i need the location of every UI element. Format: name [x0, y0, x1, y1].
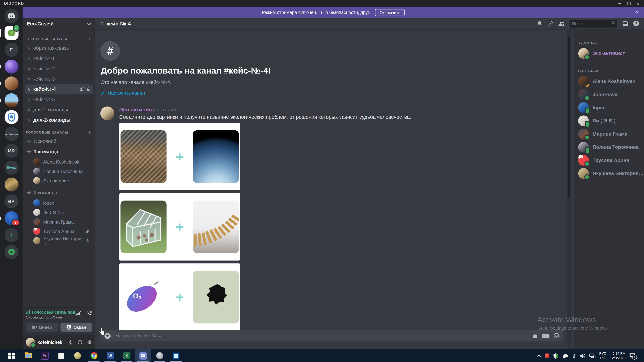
chat-scrollbar[interactable]: [567, 29, 571, 349]
voice-user-li[interactable]: Ли (¨Ͽ.Ͼ¨): [33, 208, 96, 217]
scrollbar-thumb[interactable]: [568, 37, 570, 197]
create-channel-icon[interactable]: +: [88, 129, 91, 135]
text-channels-section[interactable]: ТЕКСТОВЫЕ КАНАЛЫ +: [23, 32, 96, 43]
voice-channel-team2[interactable]: 2 команда: [25, 188, 93, 198]
server-icon-portrait[interactable]: [4, 76, 18, 90]
tray-volume-icon[interactable]: [580, 353, 586, 358]
server-icon-evva[interactable]: Evva.: [4, 161, 18, 175]
disable-streamer-button[interactable]: Отключить: [375, 9, 405, 16]
channel-keis-1[interactable]: # кейс-№-1: [25, 53, 93, 63]
member-li[interactable]: Ли (¨Ͽ.Ͼ¨): [578, 114, 644, 127]
server-icon-tower[interactable]: [4, 93, 18, 107]
clock[interactable]: 5:34 PM 12/8/2020: [610, 351, 626, 360]
start-button[interactable]: [3, 349, 20, 362]
server-icon-mr[interactable]: MR: [4, 144, 18, 158]
server-icon-mona[interactable]: [4, 178, 18, 192]
voice-user-alena[interactable]: Alena Koshelnyak: [33, 157, 96, 166]
server-icon-f[interactable]: F: [4, 43, 18, 57]
help-icon[interactable]: ?: [633, 20, 639, 26]
tray-onedrive-cloud-icon[interactable]: [562, 354, 568, 358]
language-indicator[interactable]: РУС RU: [599, 351, 606, 360]
voice-user-yakusheva[interactable]: Якушева Виктория …: [33, 236, 96, 245]
channel-list[interactable]: ТЕКСТОВЫЕ КАНАЛЫ + # обратная-связь # ке…: [23, 30, 96, 308]
attachment-card-2[interactable]: +: [119, 193, 240, 261]
tray-chevron-up-icon[interactable]: [537, 354, 541, 357]
voice-user-eco-activist[interactable]: Эко-активист: [33, 176, 96, 185]
taskbar-excel[interactable]: X: [118, 349, 135, 362]
voice-channels-section[interactable]: ГОЛОСОВЫЕ КАНАЛЫ +: [23, 125, 96, 136]
explore-servers-button[interactable]: [4, 245, 18, 259]
disconnect-call-icon[interactable]: [86, 311, 92, 316]
channel-keis-2[interactable]: # кейс-№-2: [25, 64, 93, 73]
user-avatar[interactable]: [26, 338, 35, 347]
invite-people-icon[interactable]: [80, 87, 84, 92]
server-icon-blue[interactable]: 1: [4, 211, 18, 225]
minimize-button[interactable]: [615, 0, 624, 7]
member-yakusheva[interactable]: Якушева Виктория 27…: [578, 167, 644, 180]
channel-obratnaya-svyaz[interactable]: # обратная-связь: [25, 43, 93, 53]
notifications-bell-icon[interactable]: [536, 20, 542, 26]
voice-user-lopen[interactable]: lopen: [33, 198, 96, 208]
channel-dlya-1-komandy[interactable]: # для-1-команды: [25, 105, 93, 115]
channel-keis-5[interactable]: # кейс-№-5: [25, 95, 93, 104]
taskbar-file-explorer[interactable]: [20, 349, 36, 362]
banner-close-icon[interactable]: ×: [635, 9, 638, 15]
server-icon-bp[interactable]: BP: [4, 194, 18, 208]
voice-channel-team1[interactable]: 1 команда: [25, 147, 93, 157]
member-johnpower[interactable]: JohnPower: [578, 88, 644, 101]
voice-user-marina[interactable]: Марина Грама: [33, 217, 96, 226]
member-list-icon[interactable]: [558, 21, 564, 26]
tray-mic-icon[interactable]: [572, 353, 576, 359]
server-icon-eco-cases[interactable]: [4, 26, 18, 40]
member-arina[interactable]: Трусова Арина: [578, 154, 644, 167]
add-attachment-icon[interactable]: +: [104, 333, 110, 339]
server-icon-text[interactable]: ект"Азыы: [4, 127, 18, 141]
voice-user-polina[interactable]: Полина Торопчина: [33, 166, 96, 176]
message-author[interactable]: Эко-активист: [119, 106, 154, 112]
gif-picker-icon[interactable]: GIF: [542, 334, 549, 338]
member-eco-activist[interactable]: Эко-активист: [578, 47, 644, 60]
maximize-button[interactable]: [624, 0, 633, 7]
search-input[interactable]: [570, 20, 617, 27]
taskbar-word[interactable]: W: [102, 349, 118, 362]
home-button[interactable]: [4, 9, 18, 23]
server-icon-shield[interactable]: [4, 110, 18, 124]
channel-settings-gear-icon[interactable]: [86, 87, 91, 92]
taskbar-discord-active[interactable]: [135, 349, 152, 362]
voice-channel-osnovnoy[interactable]: Основной: [25, 136, 93, 146]
taskbar-premiere[interactable]: Pr: [36, 349, 53, 362]
gift-icon[interactable]: [532, 333, 538, 339]
channel-keis-3[interactable]: # кейс-№-3: [25, 74, 93, 84]
tray-defender-shield-icon[interactable]: [553, 353, 558, 359]
member-lopen[interactable]: lopen: [578, 101, 644, 114]
tray-antivirus-icon[interactable]: [545, 353, 550, 358]
close-button[interactable]: ×: [633, 0, 642, 7]
taskbar-app-round[interactable]: [69, 349, 86, 362]
taskbar-app-gray[interactable]: [152, 349, 168, 362]
server-header[interactable]: Eco-Cases!: [23, 17, 96, 30]
pinned-messages-icon[interactable]: [547, 20, 553, 26]
member-polina[interactable]: Полина Торопчина: [578, 141, 644, 154]
member-alena[interactable]: Alena Koshelnyak: [578, 75, 644, 88]
taskbar-app-blue[interactable]: [168, 349, 184, 362]
message-author-avatar[interactable]: [100, 106, 114, 120]
action-center-icon[interactable]: 1: [629, 353, 635, 359]
headphones-icon[interactable]: [77, 339, 83, 345]
edit-channel-link[interactable]: Настроить канал: [101, 90, 574, 95]
voice-user-arina[interactable]: Трусова Арина: [33, 226, 96, 236]
add-server-button[interactable]: +: [4, 228, 18, 242]
server-icon-galaxy[interactable]: [4, 59, 18, 73]
channel-keis-4-active[interactable]: # кейс-№-4: [25, 84, 93, 94]
emoji-icon[interactable]: [554, 333, 560, 339]
settings-gear-icon[interactable]: [87, 339, 92, 345]
create-channel-icon[interactable]: +: [88, 36, 91, 42]
screen-share-button[interactable]: Экран: [60, 323, 92, 332]
noise-suppression-icon[interactable]: [76, 311, 82, 316]
member-marina[interactable]: Марина Грама: [578, 127, 644, 141]
taskbar-notepad[interactable]: [53, 349, 69, 362]
taskbar-chrome[interactable]: [86, 349, 102, 362]
attachment-card-3[interactable]: O₃ +: [119, 264, 240, 331]
mic-icon[interactable]: [68, 339, 73, 345]
video-button[interactable]: Видео: [26, 323, 58, 332]
channel-dlya-2-komandy[interactable]: # для-2-команды: [25, 115, 93, 125]
